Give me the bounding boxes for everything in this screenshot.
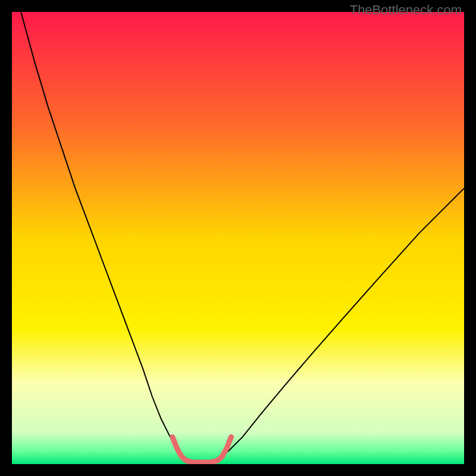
watermark-text: TheBottleneck.com (350, 2, 462, 18)
chart-svg (12, 12, 464, 464)
bottleneck-chart (12, 12, 464, 464)
chart-background (12, 12, 464, 464)
